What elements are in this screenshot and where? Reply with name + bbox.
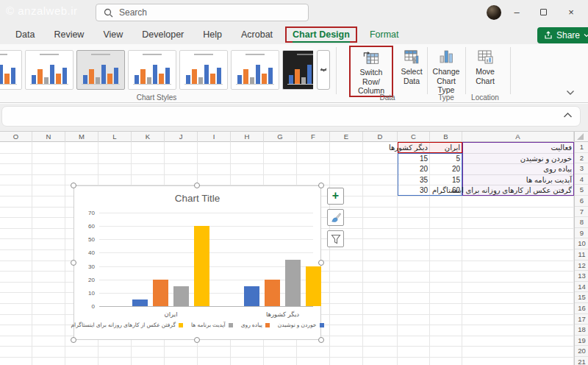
row-header-3[interactable]: 3: [575, 163, 588, 174]
chart-style-thumbnail-2[interactable]: [25, 50, 74, 90]
cell-C3[interactable]: 20: [420, 165, 428, 173]
tab-developer[interactable]: Developer: [135, 27, 190, 42]
cell-B4[interactable]: 15: [452, 176, 460, 184]
row-headers[interactable]: 123456789101112131415161718192021: [574, 132, 588, 365]
tab-acrobat[interactable]: Acrobat: [234, 27, 279, 42]
row-header-15[interactable]: 15: [575, 292, 588, 303]
minimize-button[interactable]: –: [504, 0, 529, 24]
row-header-21[interactable]: 21: [575, 357, 588, 365]
selection-handle-3[interactable]: [318, 182, 324, 188]
chart-elements-button[interactable]: +: [327, 188, 344, 205]
column-header-G[interactable]: G: [264, 132, 297, 142]
row-header-11[interactable]: 11: [575, 249, 588, 261]
column-header-E[interactable]: E: [330, 132, 363, 142]
row-header-6[interactable]: 6: [575, 196, 588, 207]
column-header-M[interactable]: M: [65, 132, 98, 142]
legend-item-3[interactable]: آپدیت برنامه ها: [191, 322, 233, 328]
cell-A4[interactable]: آپدیت برنامه ها: [526, 176, 572, 184]
chart-filters-button[interactable]: [327, 230, 344, 247]
row-header-4[interactable]: 4: [575, 174, 588, 185]
chevron-up-icon[interactable]: [563, 112, 573, 118]
tab-format[interactable]: Format: [363, 27, 406, 42]
selection-handle-8[interactable]: [318, 337, 324, 343]
row-header-20[interactable]: 20: [575, 346, 588, 357]
chart-style-thumbnail-4[interactable]: [128, 50, 176, 90]
maximize-button[interactable]: [531, 0, 556, 24]
share-button[interactable]: Share: [537, 27, 588, 43]
select-data-button[interactable]: Select Data: [398, 46, 426, 97]
change-chart-type-button[interactable]: Change Chart Type: [430, 46, 462, 97]
chart-style-thumbnail-3[interactable]: [76, 50, 125, 90]
chart-styles-gallery[interactable]: [0, 50, 313, 90]
column-header-J[interactable]: J: [165, 132, 198, 142]
bar-series3-cat2[interactable]: [285, 260, 301, 307]
chart-style-thumbnail-1[interactable]: [0, 50, 22, 90]
selection-handle-4[interactable]: [71, 260, 76, 266]
chart-styles-button[interactable]: [327, 209, 344, 226]
column-header-L[interactable]: L: [98, 132, 132, 142]
selection-handle-2[interactable]: [194, 182, 200, 188]
selection-handle-7[interactable]: [194, 337, 200, 343]
column-header-C[interactable]: C: [398, 132, 430, 142]
row-header-7[interactable]: 7: [575, 207, 588, 218]
cell-B5[interactable]: 60: [452, 186, 460, 194]
select-all-button[interactable]: [574, 132, 588, 142]
legend-item-2[interactable]: پیاده روی: [241, 322, 270, 328]
tab-help[interactable]: Help: [196, 27, 229, 42]
row-header-12[interactable]: 12: [575, 261, 588, 272]
selection-handle-6[interactable]: [71, 337, 76, 343]
collapse-ribbon-icon[interactable]: [566, 90, 575, 96]
cell-B2[interactable]: 5: [456, 155, 460, 163]
row-header-17[interactable]: 17: [575, 314, 588, 325]
row-header-14[interactable]: 14: [575, 282, 588, 293]
switch-row-column-button[interactable]: Switch Row/ Column: [349, 46, 393, 97]
tab-data[interactable]: Data: [9, 27, 41, 42]
move-chart-button[interactable]: Move Chart: [468, 46, 502, 97]
column-header-H[interactable]: H: [231, 132, 264, 142]
close-button[interactable]: ×: [559, 0, 584, 24]
row-header-5[interactable]: 5: [575, 185, 588, 196]
row-header-10[interactable]: 10: [575, 238, 588, 249]
row-header-2[interactable]: 2: [575, 153, 588, 164]
column-header-D[interactable]: D: [363, 132, 398, 142]
selection-handle-5[interactable]: [318, 260, 324, 266]
tab-review[interactable]: Review: [47, 27, 90, 42]
chart-title[interactable]: Chart Title: [74, 193, 320, 204]
column-header-I[interactable]: I: [198, 132, 231, 142]
chart-legend[interactable]: خوردن و نوشیدنپیاده رویآپدیت برنامه هاگر…: [74, 322, 320, 328]
column-header-O[interactable]: O: [0, 132, 32, 142]
legend-item-1[interactable]: خوردن و نوشیدن: [278, 322, 324, 328]
cell-A1[interactable]: فعالیت: [551, 143, 572, 152]
row-header-1[interactable]: 1: [575, 142, 588, 153]
column-header-F[interactable]: F: [297, 132, 330, 142]
column-header-N[interactable]: N: [32, 132, 65, 142]
tab-view[interactable]: View: [96, 27, 129, 42]
account-avatar[interactable]: [487, 5, 501, 20]
cell-B1[interactable]: ایران: [445, 143, 460, 152]
cell-A2[interactable]: خوردن و نوشیدن: [520, 155, 572, 163]
chart-style-thumbnail-5[interactable]: [179, 50, 228, 90]
legend-item-4[interactable]: گرفتن عکس از کارهای روزانه برای اینستاگر…: [71, 322, 183, 328]
row-header-13[interactable]: 13: [575, 271, 588, 282]
cell-B3[interactable]: 20: [452, 165, 460, 173]
cell-C4[interactable]: 35: [420, 176, 428, 184]
bar-series4-cat2[interactable]: [306, 266, 321, 306]
row-header-18[interactable]: 18: [575, 325, 588, 336]
chart-style-thumbnail-6[interactable]: [231, 50, 279, 90]
cell-C1[interactable]: دیگر کشورها: [389, 143, 428, 152]
row-header-8[interactable]: 8: [575, 217, 588, 228]
row-header-9[interactable]: 9: [575, 228, 588, 239]
bar-series3-cat1[interactable]: [173, 286, 189, 306]
bar-series1-cat1[interactable]: [132, 300, 148, 306]
column-header-A[interactable]: A: [462, 132, 574, 142]
bar-series2-cat2[interactable]: [265, 280, 280, 306]
chart-object[interactable]: Chart Title 010203040506070ایراندیگر کشو…: [74, 185, 321, 340]
bar-series4-cat1[interactable]: [194, 226, 209, 306]
column-header-B[interactable]: B: [430, 132, 462, 142]
bar-series2-cat1[interactable]: [153, 280, 168, 306]
cell-C5[interactable]: 30: [420, 186, 428, 194]
column-headers[interactable]: ONMLKJIHGFEDCBA: [0, 132, 574, 142]
column-header-K[interactable]: K: [132, 132, 165, 142]
search-input[interactable]: Search: [96, 4, 309, 21]
bar-series1-cat2[interactable]: [244, 286, 259, 306]
